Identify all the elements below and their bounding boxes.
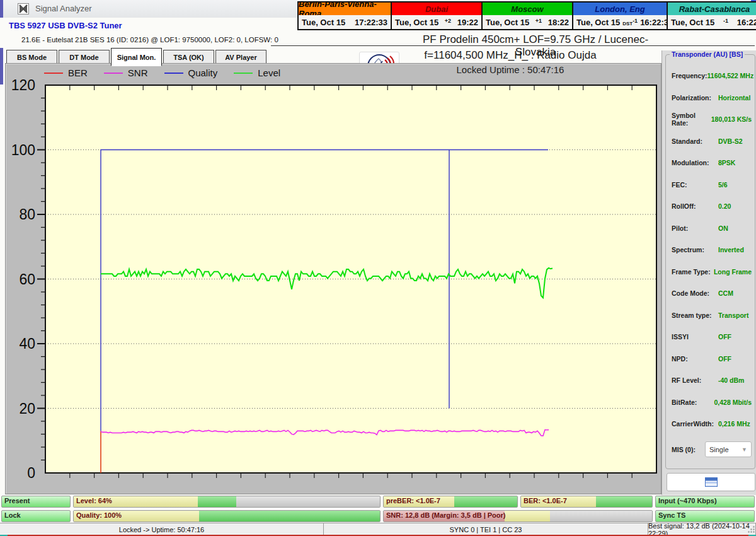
window-border-left-top [0, 0, 3, 18]
clock-berlin-paris-vienna-roma: Berlin-Paris-Vienna-RomaTue, Oct 1517:22… [299, 3, 391, 29]
clock-rabat-casablanca: Rabat-CasablancaTue, Oct 15-116:22 [668, 3, 756, 29]
tuner-name: TBS 5927 USB DVB-S2 Tuner [9, 21, 122, 30]
frequency-info: f=11604,500 MHz_H_ : Radio Oujda [384, 49, 636, 62]
clock-time: Tue, Oct 15-116:22 [668, 15, 756, 29]
app-icon [18, 3, 29, 15]
clock-time: Tue, Oct 15DST-116:22:33 [573, 15, 667, 29]
tp-row-polarization: Polarization:Horizontal [672, 87, 752, 109]
legend-swatch-quality [164, 73, 183, 74]
legend-swatch-ber [44, 73, 63, 74]
tp-row-bitrate: BitRate:0,428 Mbit/s [672, 392, 752, 414]
status-bar: Locked -> Uptime: 50:47:16SYNC 0 | TEI 1… [0, 523, 756, 535]
bar-seg-gray [236, 496, 380, 507]
tp-row-stream-type: Stream type:Transport [672, 305, 752, 327]
tp-row-carrierwidth: CarrierWidth:0,216 MHz [672, 413, 752, 435]
bar-level-64: Level: 64% [73, 496, 381, 508]
legend-level: Level [234, 67, 280, 78]
tp-row-rolloff: RollOff:0.20 [672, 195, 752, 218]
tp-row-frequency: Frequency:11604,522 MHz [672, 65, 752, 87]
bar-seg-green [198, 496, 236, 507]
window-title: Signal Analyzer [35, 4, 92, 13]
tp-row-issyi: ISSYIOFF [672, 326, 752, 348]
header-divider [271, 45, 755, 46]
locked-uptime: Locked Uptime : 50:47:16 [384, 64, 636, 75]
signal-analyzer-window: Signal Analyzer Berlin-Paris-Vienna-Roma… [0, 0, 756, 536]
clock-time: Tue, Oct 15+118:22 [483, 15, 572, 29]
clock-london-eng: London, EngTue, Oct 15DST-116:22:33 [573, 3, 667, 29]
mis-select[interactable]: Single▼ [705, 441, 752, 457]
tp-row-rf-level: RF Level:-40 dBm [672, 370, 752, 392]
resize-grip[interactable] [747, 525, 755, 533]
chevron-down-icon: ▼ [742, 446, 747, 453]
transponder-title: Transponder (AU) [BS] [670, 50, 745, 58]
bar-input-470-kbps: Input (~470 Kbps) [655, 496, 755, 508]
legend-swatch-snr [104, 73, 123, 74]
tp-row-pilot: Pilot:ON [672, 218, 752, 240]
bar-seg-green [454, 496, 517, 507]
bar-sync-ts: Sync TS [655, 510, 755, 522]
bar-quality-100: Quality: 100% [73, 510, 381, 522]
bar-preber-1-0e-7: preBER: <1.0E-7 [383, 496, 518, 508]
tp-row-frame-type: Frame Type:Long Frame [672, 261, 752, 283]
clock-dubai: DubaiTue, Oct 15+219:22 [392, 3, 481, 29]
transponder-groupbox: Transponder (AU) [BS] Frequency:11604,52… [665, 54, 755, 469]
bar-present: Present [1, 496, 71, 508]
tp-row-code-mode: Code Mode:CCM [672, 283, 752, 305]
signal-bars-row-1: PresentLevel: 64%preBER: <1.0E-7BER: <1.… [1, 496, 755, 508]
world-clocks: Berlin-Paris-Vienna-RomaTue, Oct 1517:22… [297, 1, 756, 30]
tp-row-modulation: Modulation:8PSK [672, 152, 752, 174]
status-cell-2: SYNC 0 | TEI 1 | CC 23 [324, 523, 648, 535]
window-border-left-mid [0, 48, 3, 84]
tp-row-symbol-rate: Symbol Rate:180,013 KS/s [672, 108, 752, 131]
clock-city-label: Moscow [483, 3, 572, 15]
legend-quality: Quality [164, 67, 218, 78]
legend-snr: SNR [104, 67, 148, 78]
tab-signal-mon[interactable]: Signal Mon. [111, 48, 162, 66]
clock-time: Tue, Oct 1517:22:33 [299, 15, 391, 29]
clock-city-label: Rabat-Casablanca [668, 3, 756, 15]
clock-city-label: London, Eng [573, 3, 667, 15]
stream-list-button[interactable] [667, 473, 755, 491]
legend-swatch-level [234, 73, 253, 74]
tp-row-spectrum: Spectrum:Inverted [672, 239, 752, 261]
bar-seg-green [596, 496, 652, 507]
bar-lock: Lock [1, 510, 71, 522]
transponder-rows: Frequency:11604,522 MHzPolarization:Hori… [672, 65, 752, 460]
bar-snr-12-8-db-margin-3-5-db-poor: SNR: 12,8 dB (Margin: 3,5 dB | Poor) [383, 510, 653, 522]
clock-city-label: Dubai [392, 3, 481, 15]
tp-row-standard: Standard:DVB-S2 [672, 131, 752, 153]
bar-seg-green [199, 511, 380, 521]
clock-city-label: Berlin-Paris-Vienna-Roma [299, 3, 391, 15]
clock-moscow: MoscowTue, Oct 15+118:22 [483, 3, 572, 29]
chart-legend: BERSNRQualityLevel [44, 67, 280, 78]
signal-bars-row-2: LockQuality: 100%SNR: 12,8 dB (Margin: 3… [1, 510, 755, 522]
list-icon [705, 477, 718, 487]
bar-seg-gray [550, 511, 652, 521]
bar-ber-1-0e-7: BER: <1.0E-7 [520, 496, 653, 508]
status-cell-3: Best signal: 13,2 dB (2024-10-14 22:29) [648, 523, 756, 535]
bar-seg-yellow [505, 511, 550, 521]
legend-ber: BER [44, 67, 88, 78]
clock-time: Tue, Oct 15+219:22 [392, 15, 481, 29]
tp-row-npd: NPD:OFF [672, 348, 752, 370]
mis-row: MIS (0):Single▼ [672, 439, 752, 461]
tp-row-fec: FEC:5/6 [672, 174, 752, 196]
tuner-details: 21.6E - Eutelsat 21B SES 16 (ID: 0216) @… [21, 36, 278, 44]
status-cell-1: Locked -> Uptime: 50:47:16 [0, 523, 324, 535]
